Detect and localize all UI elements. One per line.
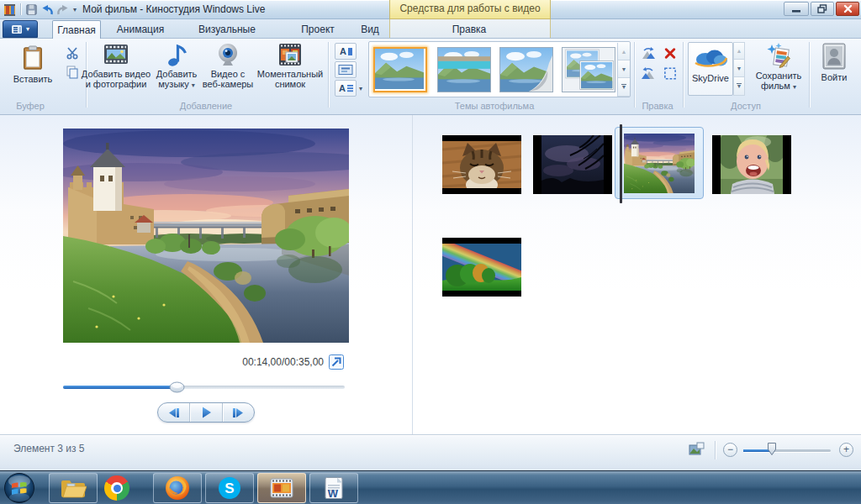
- copy-button[interactable]: [62, 63, 82, 81]
- theme-item-default[interactable]: [373, 47, 427, 92]
- skype-icon: S: [217, 475, 242, 501]
- clip-thumbnail-rainbow[interactable]: [442, 238, 521, 297]
- gallery-scroll-up-button[interactable]: ▲: [618, 43, 630, 60]
- webcam-video-button[interactable]: Видео с веб-камеры: [202, 42, 254, 97]
- gallery-more-button[interactable]: ▼: [618, 78, 630, 97]
- minimize-button[interactable]: [784, 2, 809, 16]
- zoom-slider-thumb[interactable]: [767, 442, 777, 456]
- previous-frame-button[interactable]: [158, 403, 189, 422]
- tab-animation[interactable]: Анимация: [113, 20, 168, 39]
- copy-icon: [66, 66, 79, 79]
- item-counter: Элемент 3 из 5: [13, 443, 85, 454]
- skydrive-scroll-up-button[interactable]: ▲: [733, 42, 745, 60]
- theme-item-contemporary[interactable]: [437, 47, 491, 92]
- status-separator: [715, 441, 716, 459]
- skydrive-scroll-down-button[interactable]: ▼: [733, 60, 745, 77]
- taskbar-item-chrome[interactable]: [102, 475, 132, 501]
- fullscreen-button[interactable]: [329, 354, 344, 370]
- thumbnail-size-icon: [689, 442, 705, 455]
- seek-slider-thumb[interactable]: [169, 381, 185, 393]
- clip-thumbnail-river-landscape[interactable]: [624, 134, 695, 193]
- previous-frame-icon: [166, 407, 181, 418]
- save-movie-icon: [765, 42, 792, 69]
- theme-cinematic-art: [500, 48, 552, 92]
- music-note-icon: [165, 42, 188, 67]
- qat-more-button[interactable]: ▾: [70, 3, 80, 17]
- sign-in-avatar-icon: [821, 42, 847, 71]
- ribbon: Вставить Буфер Добавить видео и фотограф…: [0, 39, 861, 115]
- clip-thumbnail-laughing-child[interactable]: [712, 135, 791, 194]
- add-music-button[interactable]: Добавить музыку ▾: [153, 42, 200, 97]
- taskbar-item-explorer[interactable]: [49, 473, 98, 503]
- rotate-left-button[interactable]: [639, 45, 658, 61]
- thumbnail-size-button[interactable]: [686, 440, 706, 457]
- tab-view[interactable]: Вид: [353, 20, 387, 39]
- taskbar-item-skype[interactable]: S: [205, 473, 254, 503]
- caret-down-icon: ▾: [26, 25, 29, 33]
- laughing-child-clip-art: [721, 135, 783, 194]
- credits-caret-icon[interactable]: ▾: [359, 85, 362, 92]
- skydrive-more-button[interactable]: ▼: [733, 77, 745, 96]
- group-separator: [683, 42, 684, 108]
- title-icon: A: [337, 45, 354, 58]
- add-credits-button[interactable]: A: [335, 80, 357, 97]
- qat-separator: [20, 3, 21, 15]
- zoom-slider[interactable]: [743, 449, 831, 452]
- close-button[interactable]: [836, 2, 859, 16]
- file-menu-icon: [11, 24, 23, 34]
- contextual-tab-group-header: Средства для работы с видео: [389, 0, 551, 19]
- paste-button[interactable]: Вставить: [7, 42, 59, 97]
- group-separator: [634, 42, 635, 108]
- tab-home[interactable]: Главная: [52, 20, 101, 39]
- tab-visual-effects[interactable]: Визуальные эффекты: [177, 20, 277, 39]
- skydrive-scrollbar: ▲ ▼ ▼: [733, 42, 746, 96]
- add-caption-button[interactable]: [335, 61, 357, 78]
- play-button[interactable]: [189, 403, 221, 422]
- rotate-right-button[interactable]: [639, 65, 658, 81]
- snapshot-button[interactable]: Моментальный снимок: [256, 42, 325, 97]
- storyboard-playhead[interactable]: [620, 124, 622, 203]
- time-position: 00:14,00/00:35,00: [168, 356, 324, 368]
- cut-button[interactable]: [62, 44, 82, 61]
- add-title-button[interactable]: A: [335, 43, 357, 60]
- gallery-scroll-down-button[interactable]: ▼: [618, 60, 630, 78]
- minimize-icon: [791, 5, 801, 13]
- skydrive-label: SkyDrive: [692, 73, 729, 83]
- snapshot-icon: [277, 42, 303, 67]
- next-frame-icon: [231, 407, 246, 418]
- taskbar-item-firefox[interactable]: [153, 473, 202, 503]
- skydrive-button[interactable]: SkyDrive: [688, 42, 733, 96]
- start-button[interactable]: [3, 472, 35, 504]
- clip-thumbnail-night-trees[interactable]: [533, 135, 612, 194]
- restore-button[interactable]: [811, 2, 834, 16]
- delete-button[interactable]: [661, 45, 679, 61]
- file-menu-button[interactable]: ▾: [3, 20, 38, 38]
- zoom-out-button[interactable]: −: [723, 443, 737, 457]
- save-button[interactable]: [24, 3, 39, 17]
- clip-thumbnail-kitten[interactable]: [442, 135, 521, 194]
- group-separator: [328, 42, 329, 108]
- chrome-icon: [104, 475, 129, 501]
- next-frame-button[interactable]: [222, 403, 254, 422]
- undo-icon: [41, 4, 54, 16]
- theme-item-cinematic[interactable]: [499, 47, 553, 92]
- taskbar-item-word[interactable]: W: [309, 473, 358, 503]
- tab-project[interactable]: Проект: [293, 20, 343, 39]
- save-movie-button[interactable]: Сохранить фильм ▾: [748, 42, 809, 97]
- theme-item-fade[interactable]: [562, 47, 615, 92]
- seek-slider[interactable]: [63, 386, 345, 389]
- firefox-icon: [165, 475, 190, 501]
- add-video-button[interactable]: Добавить видео и фотографии: [81, 42, 151, 97]
- save-icon: [25, 3, 38, 16]
- delete-x-icon: [663, 46, 678, 60]
- taskbar-item-movie-maker[interactable]: [257, 473, 306, 503]
- movie-maker-taskbar-icon: [269, 475, 294, 501]
- tab-edit-contextual[interactable]: Правка: [437, 20, 501, 39]
- select-all-button[interactable]: [661, 65, 679, 81]
- sign-in-button[interactable]: Войти: [812, 42, 856, 97]
- preview-video-frame[interactable]: [63, 129, 349, 343]
- sign-in-label: Войти: [821, 72, 848, 82]
- undo-button[interactable]: [40, 3, 55, 17]
- zoom-in-button[interactable]: +: [839, 443, 853, 457]
- redo-button[interactable]: [55, 3, 70, 17]
